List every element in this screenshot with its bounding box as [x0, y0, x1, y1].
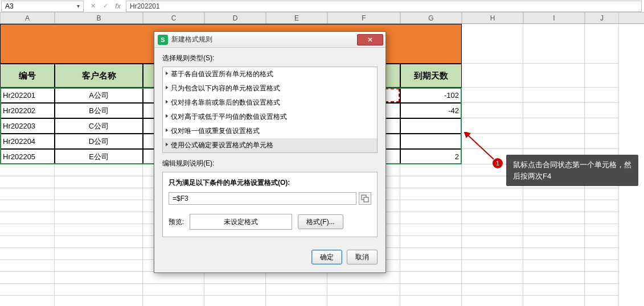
cell[interactable] [523, 200, 585, 212]
cell[interactable] [462, 103, 523, 118]
ok-button[interactable]: 确定 [311, 250, 342, 264]
cancel-button[interactable]: 取消 [347, 250, 378, 264]
cell[interactable] [204, 296, 266, 306]
col-header[interactable]: C [143, 13, 204, 23]
cell[interactable] [585, 24, 619, 64]
cell[interactable] [400, 212, 462, 224]
cell[interactable] [400, 272, 462, 284]
col-header[interactable]: F [327, 13, 400, 23]
cell[interactable] [266, 284, 327, 296]
cell[interactable] [0, 200, 55, 212]
cell[interactable] [143, 296, 204, 306]
cell[interactable] [55, 272, 143, 284]
range-picker-button[interactable] [359, 192, 371, 205]
cancel-formula-icon[interactable]: ✕ [87, 1, 99, 11]
cell[interactable] [462, 24, 523, 64]
dialog-titlebar[interactable]: S 新建格式规则 ✕ [154, 32, 385, 48]
cell[interactable] [462, 284, 523, 296]
cell-customer[interactable]: A公司 [55, 88, 143, 103]
cell[interactable] [462, 296, 523, 306]
cell[interactable] [462, 176, 523, 188]
cell-id[interactable]: Hr202201 [0, 88, 55, 103]
cell[interactable] [523, 64, 585, 88]
cell[interactable] [266, 296, 327, 306]
cell[interactable] [523, 284, 585, 296]
fx-icon[interactable]: fx [112, 1, 124, 11]
cell[interactable] [523, 212, 585, 224]
col-header[interactable]: B [55, 13, 143, 23]
cell[interactable] [523, 134, 585, 149]
cell-days[interactable] [400, 134, 462, 149]
cell[interactable] [585, 200, 619, 212]
cell[interactable] [523, 164, 585, 176]
cell-days[interactable] [400, 118, 462, 134]
cell-id[interactable]: Hr202205 [0, 149, 55, 164]
col-header[interactable]: G [400, 13, 462, 23]
cell[interactable] [462, 188, 523, 200]
cell-days[interactable]: -42 [400, 103, 462, 118]
rule-type-item[interactable]: 使用公式确定要设置格式的单元格 [163, 138, 377, 152]
chevron-down-icon[interactable]: ▾ [77, 3, 80, 9]
cell[interactable] [400, 248, 462, 260]
cell[interactable] [55, 224, 143, 236]
cell[interactable] [523, 88, 585, 103]
rule-type-item[interactable]: 仅对排名靠前或靠后的数值设置格式 [163, 96, 377, 110]
cell[interactable] [523, 260, 585, 272]
cell-id[interactable]: Hr202204 [0, 134, 55, 149]
col-header[interactable]: E [266, 13, 327, 23]
cell[interactable] [462, 64, 523, 88]
cell[interactable] [585, 236, 619, 248]
cell[interactable] [0, 284, 55, 296]
cell[interactable] [143, 284, 204, 296]
rule-type-item[interactable]: 基于各自值设置所有单元格的格式 [163, 67, 377, 81]
close-button[interactable]: ✕ [357, 34, 383, 46]
cell[interactable] [462, 260, 523, 272]
cell[interactable] [143, 272, 204, 284]
cell[interactable] [55, 188, 143, 200]
cell[interactable] [462, 164, 523, 176]
cell[interactable] [585, 296, 619, 306]
cell[interactable] [0, 272, 55, 284]
cell[interactable] [400, 296, 462, 306]
cell[interactable] [400, 284, 462, 296]
cell[interactable] [55, 236, 143, 248]
cell[interactable] [55, 296, 143, 306]
header-days[interactable]: 到期天数 [400, 64, 462, 88]
cell-id[interactable]: Hr202203 [0, 118, 55, 134]
cell[interactable] [55, 200, 143, 212]
col-header[interactable]: I [523, 13, 585, 23]
rule-type-item[interactable]: 仅对唯一值或重复值设置格式 [163, 124, 377, 138]
cell[interactable] [55, 284, 143, 296]
cell[interactable] [585, 272, 619, 284]
cell-customer[interactable]: C公司 [55, 118, 143, 134]
cell[interactable] [0, 224, 55, 236]
cell-customer[interactable]: B公司 [55, 103, 143, 118]
cell[interactable] [400, 200, 462, 212]
col-header[interactable]: A [0, 13, 55, 23]
cell[interactable] [585, 118, 619, 134]
cell[interactable] [400, 188, 462, 200]
cell[interactable] [585, 64, 619, 88]
cell[interactable] [585, 176, 619, 188]
cell[interactable] [523, 248, 585, 260]
cell-customer[interactable]: E公司 [55, 149, 143, 164]
cell[interactable] [0, 296, 55, 306]
cell[interactable] [585, 88, 619, 103]
cell[interactable] [0, 188, 55, 200]
name-box[interactable]: A3 ▾ [1, 1, 84, 12]
cell[interactable] [585, 248, 619, 260]
cell[interactable] [523, 118, 585, 134]
cell[interactable] [400, 236, 462, 248]
col-header[interactable]: D [204, 13, 266, 23]
cell[interactable] [462, 236, 523, 248]
cell-id[interactable]: Hr202202 [0, 103, 55, 118]
rule-type-item[interactable]: 只为包含以下内容的单元格设置格式 [163, 81, 377, 96]
cell[interactable] [462, 200, 523, 212]
cell[interactable] [0, 176, 55, 188]
cell[interactable] [400, 224, 462, 236]
cell-days[interactable]: 2 [400, 149, 462, 164]
cell[interactable] [523, 149, 585, 164]
cell[interactable] [523, 224, 585, 236]
cell[interactable] [400, 260, 462, 272]
cell-days[interactable]: -102 [400, 88, 462, 103]
